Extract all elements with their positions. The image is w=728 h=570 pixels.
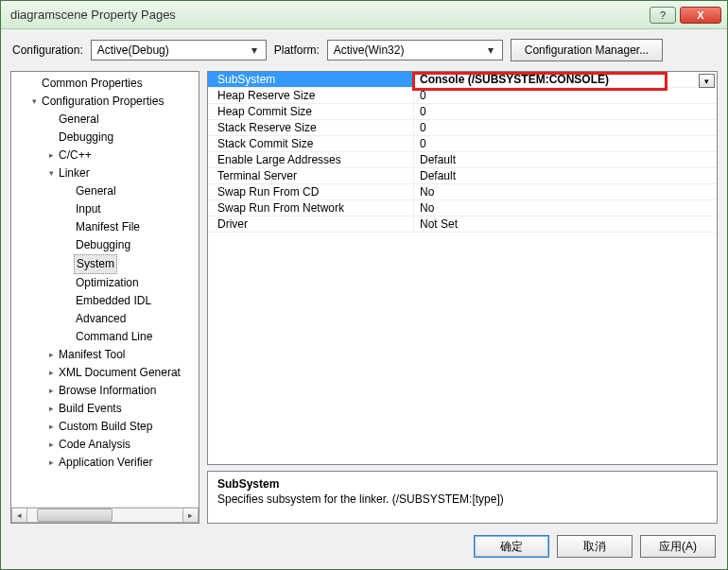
expander-closed-icon[interactable]: ▸ bbox=[45, 418, 57, 436]
platform-label: Platform: bbox=[274, 43, 320, 57]
tree-item-label: Custom Build Step bbox=[57, 418, 154, 436]
tree-item-linker-advanced[interactable]: Advanced bbox=[11, 310, 199, 328]
tree-item-label: Build Events bbox=[57, 400, 124, 418]
tree-item-manifest-tool[interactable]: ▸Manifest Tool bbox=[11, 346, 199, 364]
grid-row[interactable]: Heap Commit Size0 bbox=[208, 104, 717, 120]
expander-open-icon[interactable]: ▾ bbox=[28, 93, 40, 111]
tree-item-linker-input[interactable]: Input bbox=[11, 200, 199, 218]
configuration-manager-button[interactable]: Configuration Manager... bbox=[511, 39, 663, 61]
tree-item-label: General bbox=[57, 111, 101, 129]
chevron-down-icon: ▾ bbox=[247, 43, 262, 57]
close-icon: X bbox=[697, 9, 703, 21]
property-name: Heap Commit Size bbox=[208, 104, 414, 119]
grid-row[interactable]: Enable Large AddressesDefault bbox=[208, 152, 717, 168]
expander-closed-icon[interactable]: ▸ bbox=[45, 454, 57, 472]
tree-item-build-events[interactable]: ▸Build Events bbox=[11, 400, 199, 418]
tree-item-label: Application Verifier bbox=[57, 454, 154, 472]
expander-closed-icon[interactable]: ▸ bbox=[45, 346, 57, 364]
tree-item-label: XML Document Generat bbox=[57, 364, 182, 382]
property-name: Stack Reserve Size bbox=[208, 120, 414, 135]
configuration-label: Configuration: bbox=[12, 43, 83, 57]
property-value[interactable]: No bbox=[414, 200, 717, 216]
tree-item-label: Common Properties bbox=[40, 75, 145, 93]
tree-item-xml-doc-gen[interactable]: ▸XML Document Generat bbox=[11, 364, 199, 382]
cancel-button[interactable]: 取消 bbox=[557, 535, 633, 558]
tree-item-label: System bbox=[74, 254, 117, 274]
grid-row[interactable]: Swap Run From NetworkNo bbox=[208, 200, 717, 216]
tree-item-linker-embedded-idl[interactable]: Embedded IDL bbox=[11, 292, 199, 310]
window-title: diagramscene Property Pages bbox=[10, 8, 650, 22]
tree-horizontal-scrollbar[interactable]: ◂ ▸ bbox=[11, 507, 199, 523]
tree-item-cfg-ccpp[interactable]: ▸C/C++ bbox=[11, 147, 199, 164]
expander-closed-icon[interactable]: ▸ bbox=[45, 147, 57, 164]
grid-row[interactable]: Stack Reserve Size0 bbox=[208, 120, 717, 136]
titlebar-buttons: ? X bbox=[650, 7, 721, 24]
close-button[interactable]: X bbox=[680, 7, 721, 24]
property-value[interactable]: 0 bbox=[414, 104, 717, 119]
grid-row[interactable]: Swap Run From CDNo bbox=[208, 184, 717, 200]
tree-item-label: Debugging bbox=[57, 129, 115, 147]
property-value[interactable]: No bbox=[414, 184, 717, 199]
tree-item-browse-info[interactable]: ▸Browse Information bbox=[11, 382, 199, 400]
tree-item-linker-optimization[interactable]: Optimization bbox=[11, 274, 199, 292]
tree-item-configuration-properties[interactable]: ▾Configuration Properties bbox=[11, 93, 199, 111]
expander-closed-icon[interactable]: ▸ bbox=[45, 400, 57, 418]
tree-item-cfg-debugging[interactable]: Debugging bbox=[11, 129, 199, 147]
property-value[interactable]: Not Set bbox=[414, 216, 717, 232]
tree-item-label: Browse Information bbox=[57, 382, 158, 400]
scroll-left-icon[interactable]: ◂ bbox=[11, 508, 27, 523]
scroll-track[interactable] bbox=[27, 508, 182, 523]
tree[interactable]: Common Properties▾Configuration Properti… bbox=[11, 72, 199, 507]
property-value[interactable]: Default bbox=[414, 152, 717, 167]
help-button[interactable]: ? bbox=[650, 7, 676, 24]
tree-item-cfg-linker[interactable]: ▾Linker bbox=[11, 164, 199, 182]
chevron-down-icon: ▾ bbox=[704, 77, 709, 86]
tree-item-app-verifier[interactable]: ▸Application Verifier bbox=[11, 454, 199, 472]
grid-row[interactable]: Heap Reserve Size0 bbox=[208, 88, 717, 104]
property-name: SubSystem bbox=[208, 72, 414, 87]
chevron-down-icon: ▾ bbox=[483, 43, 498, 57]
property-value[interactable]: 0 bbox=[414, 136, 717, 151]
tree-item-linker-cmdline[interactable]: Command Line bbox=[11, 328, 199, 346]
property-value[interactable]: 0 bbox=[414, 88, 717, 103]
tree-item-linker-general[interactable]: General bbox=[11, 182, 199, 200]
ok-button[interactable]: 确定 bbox=[474, 535, 549, 558]
property-grid[interactable]: ▾ SubSystemConsole (/SUBSYSTEM:CONSOLE)H… bbox=[207, 71, 718, 465]
expander-closed-icon[interactable]: ▸ bbox=[45, 382, 57, 400]
expander-open-icon[interactable]: ▾ bbox=[45, 164, 57, 182]
tree-item-cfg-general[interactable]: General bbox=[11, 111, 199, 129]
tree-item-label: Input bbox=[74, 200, 103, 218]
property-value[interactable]: 0 bbox=[414, 120, 717, 135]
configuration-bar: Configuration: Active(Debug) ▾ Platform:… bbox=[1, 29, 727, 71]
scroll-thumb[interactable] bbox=[37, 509, 113, 522]
grid-row[interactable]: Stack Commit Size0 bbox=[208, 136, 717, 152]
platform-combo[interactable]: Active(Win32) ▾ bbox=[327, 40, 503, 60]
tree-item-linker-debugging[interactable]: Debugging bbox=[11, 236, 199, 254]
tree-item-code-analysis[interactable]: ▸Code Analysis bbox=[11, 436, 199, 454]
property-name: Terminal Server bbox=[208, 168, 414, 183]
tree-item-label: Manifest File bbox=[74, 218, 142, 236]
expander-closed-icon[interactable]: ▸ bbox=[45, 436, 57, 454]
right-column: ▾ SubSystemConsole (/SUBSYSTEM:CONSOLE)H… bbox=[207, 71, 718, 524]
tree-item-common-properties[interactable]: Common Properties bbox=[11, 75, 199, 93]
property-value[interactable]: Default bbox=[414, 168, 717, 183]
tree-item-linker-manifest[interactable]: Manifest File bbox=[11, 218, 199, 236]
tree-item-label: Command Line bbox=[74, 328, 154, 346]
property-value[interactable]: Console (/SUBSYSTEM:CONSOLE) bbox=[414, 72, 717, 87]
property-name: Driver bbox=[208, 216, 414, 232]
titlebar: diagramscene Property Pages ? X bbox=[1, 1, 727, 29]
tree-item-label: Debugging bbox=[74, 236, 132, 254]
grid-row[interactable]: DriverNot Set bbox=[208, 216, 717, 233]
value-dropdown-button[interactable]: ▾ bbox=[699, 74, 715, 88]
tree-item-label: C/C++ bbox=[57, 147, 94, 164]
property-pages-window: diagramscene Property Pages ? X Configur… bbox=[0, 0, 728, 570]
property-name: Enable Large Addresses bbox=[208, 152, 414, 167]
tree-item-custom-build-step[interactable]: ▸Custom Build Step bbox=[11, 418, 199, 436]
scroll-right-icon[interactable]: ▸ bbox=[182, 508, 199, 523]
configuration-combo[interactable]: Active(Debug) ▾ bbox=[91, 40, 267, 60]
grid-row[interactable]: Terminal ServerDefault bbox=[208, 168, 717, 184]
apply-button[interactable]: 应用(A) bbox=[640, 535, 716, 558]
tree-item-linker-system[interactable]: System bbox=[11, 254, 199, 274]
expander-closed-icon[interactable]: ▸ bbox=[45, 364, 57, 382]
grid-row[interactable]: SubSystemConsole (/SUBSYSTEM:CONSOLE) bbox=[208, 72, 717, 88]
